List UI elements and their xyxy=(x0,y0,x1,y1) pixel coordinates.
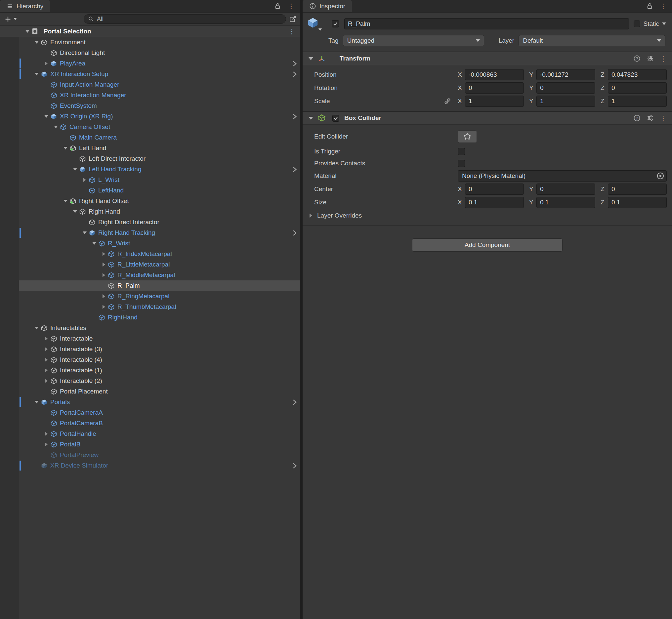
help-icon[interactable] xyxy=(633,55,641,62)
tree-item[interactable]: Main Camera xyxy=(0,132,300,143)
tree-item[interactable]: Right Hand xyxy=(0,206,300,217)
tree-item[interactable]: Interactable (1) xyxy=(0,365,300,375)
tree-item[interactable]: R_IndexMetacarpal xyxy=(0,249,300,259)
foldout-arrow-icon[interactable] xyxy=(33,327,41,329)
tree-item[interactable]: Environment xyxy=(0,37,300,48)
tree-item[interactable]: Directional Light xyxy=(0,48,300,58)
scale-z-input[interactable] xyxy=(608,95,667,107)
tree-item[interactable]: R_ThumbMetacarpal xyxy=(0,301,300,312)
tree-item[interactable]: Interactables xyxy=(0,323,300,333)
is-trigger-checkbox[interactable] xyxy=(458,148,465,155)
size-x-input[interactable] xyxy=(465,197,524,208)
foldout-arrow-icon[interactable] xyxy=(81,231,89,234)
tag-dropdown[interactable]: Untagged xyxy=(343,35,484,46)
tree-item[interactable]: XR Device Simulator xyxy=(0,460,300,471)
tree-item[interactable]: Portal Placement xyxy=(0,386,300,397)
position-y-input[interactable] xyxy=(536,69,595,80)
tree-item[interactable]: R_Palm xyxy=(0,280,300,291)
scale-x-input[interactable] xyxy=(465,95,524,107)
tree-item[interactable]: Interactable (2) xyxy=(0,375,300,386)
foldout-arrow-icon[interactable] xyxy=(42,442,50,446)
size-y-input[interactable] xyxy=(536,197,595,208)
static-checkbox[interactable] xyxy=(633,20,640,27)
foldout-arrow-icon[interactable] xyxy=(81,178,89,182)
tree-item[interactable]: R_Wrist xyxy=(0,238,300,249)
foldout-arrow-icon[interactable] xyxy=(42,347,50,351)
tree-item[interactable]: Left Direct Interactor xyxy=(0,153,300,164)
layer-overrides-foldout[interactable] xyxy=(307,214,315,218)
foldout-arrow-icon[interactable] xyxy=(42,337,50,341)
tree-item[interactable]: PortalCameraA xyxy=(0,407,300,418)
create-dropdown-caret[interactable] xyxy=(13,18,17,20)
tree-item[interactable]: Interactable (3) xyxy=(0,344,300,354)
presets-icon[interactable] xyxy=(647,55,654,62)
foldout-arrow-icon[interactable] xyxy=(42,358,50,362)
tree-item[interactable]: R_MiddleMetacarpal xyxy=(0,270,300,280)
foldout-arrow-icon[interactable] xyxy=(62,147,69,149)
foldout-arrow-icon[interactable] xyxy=(33,73,41,75)
rotation-x-input[interactable] xyxy=(465,82,524,93)
position-z-input[interactable] xyxy=(608,69,667,80)
tree-item[interactable]: Interactable xyxy=(0,333,300,344)
tab-hierarchy[interactable]: Hierarchy xyxy=(0,0,50,12)
foldout-arrow-icon[interactable] xyxy=(33,401,41,403)
open-prefab-chevron-icon[interactable] xyxy=(292,399,297,406)
scale-link-icon[interactable] xyxy=(444,97,451,105)
tree-item[interactable]: Right Hand Tracking xyxy=(0,227,300,238)
foldout-arrow-icon[interactable] xyxy=(71,210,79,213)
tree-item[interactable]: RightHand xyxy=(0,312,300,323)
foldout-arrow-icon[interactable] xyxy=(100,252,108,256)
static-dropdown-caret[interactable] xyxy=(662,22,666,25)
foldout-arrow-icon[interactable] xyxy=(42,368,50,372)
foldout-arrow-icon[interactable] xyxy=(52,126,60,128)
tree-item[interactable]: XR Origin (XR Rig) xyxy=(0,111,300,122)
foldout-arrow-icon[interactable] xyxy=(33,41,41,44)
open-prefab-chevron-icon[interactable] xyxy=(292,60,297,67)
tree-item[interactable]: Right Direct Interactor xyxy=(0,217,300,227)
active-checkbox[interactable] xyxy=(332,20,339,27)
picker-icon[interactable] xyxy=(289,15,297,23)
tree-item[interactable]: EventSystem xyxy=(0,100,300,111)
foldout-arrow-icon[interactable] xyxy=(100,263,108,267)
name-input[interactable] xyxy=(344,18,629,29)
tree-item[interactable]: L_Wrist xyxy=(0,175,300,185)
foldout-arrow-icon[interactable] xyxy=(62,200,69,202)
tree-item[interactable]: Left Hand xyxy=(0,143,300,153)
foldout-arrow-icon[interactable] xyxy=(42,379,50,383)
tree-item[interactable]: Right Hand Offset xyxy=(0,196,300,206)
tree-item[interactable]: R_LittleMetacarpal xyxy=(0,259,300,270)
open-prefab-chevron-icon[interactable] xyxy=(292,71,297,78)
foldout-arrow-icon[interactable] xyxy=(100,294,108,298)
pane-kebab-icon[interactable]: ⋮ xyxy=(660,3,667,10)
foldout-arrow-icon[interactable] xyxy=(42,115,50,118)
open-prefab-chevron-icon[interactable] xyxy=(292,229,297,236)
tree-item[interactable]: R_RingMetacarpal xyxy=(0,291,300,301)
tree-item[interactable]: PortalCameraB xyxy=(0,418,300,428)
transform-header[interactable]: Transform ⋮ xyxy=(303,52,672,65)
tree-item[interactable]: Interactable (4) xyxy=(0,354,300,365)
tree-item[interactable]: PlayArea xyxy=(0,58,300,69)
tab-inspector[interactable]: Inspector xyxy=(303,0,352,12)
tree-item[interactable]: PortalPreview xyxy=(0,450,300,460)
rotation-z-input[interactable] xyxy=(608,82,667,93)
center-y-input[interactable] xyxy=(536,184,595,195)
material-object-field[interactable]: None (Physic Material) xyxy=(458,170,667,182)
presets-icon[interactable] xyxy=(647,115,654,122)
open-prefab-chevron-icon[interactable] xyxy=(292,462,297,469)
scene-header[interactable]: Portal Selection ⋮ xyxy=(0,26,300,37)
lock-icon[interactable] xyxy=(274,3,281,10)
box-collider-enabled-checkbox[interactable] xyxy=(332,115,339,122)
object-picker-icon[interactable] xyxy=(656,171,665,180)
box-collider-foldout[interactable] xyxy=(307,117,315,120)
center-z-input[interactable] xyxy=(608,184,667,195)
scene-kebab-icon[interactable]: ⋮ xyxy=(288,28,295,35)
create-object-button[interactable] xyxy=(4,15,12,23)
foldout-arrow-icon[interactable] xyxy=(100,273,108,277)
hierarchy-search-input[interactable]: All xyxy=(84,14,286,24)
box-collider-header[interactable]: Box Collider ⋮ xyxy=(303,112,672,125)
foldout-arrow-icon[interactable] xyxy=(100,305,108,309)
transform-foldout[interactable] xyxy=(307,57,315,60)
layer-overrides-row[interactable]: Layer Overrides xyxy=(303,209,672,222)
foldout-arrow-icon[interactable] xyxy=(90,242,98,245)
component-kebab-icon[interactable]: ⋮ xyxy=(660,55,667,62)
